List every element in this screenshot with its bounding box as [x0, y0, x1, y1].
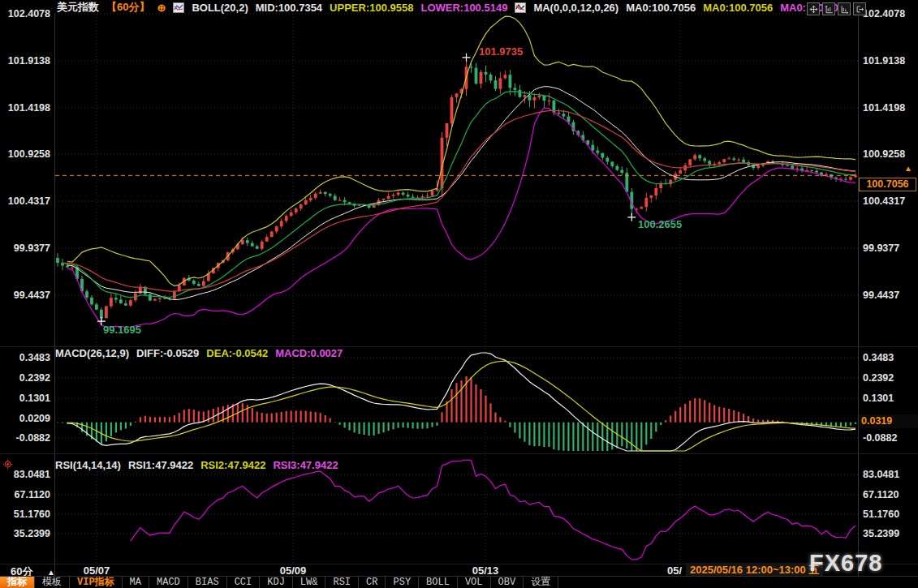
ma0-value-1: MA0:100.7056: [626, 2, 696, 14]
boll-upper-value: UPPER:100.9558: [330, 2, 413, 14]
price-alert-arrow-icon: ▲: [904, 165, 912, 173]
toolbar-item-PSY[interactable]: PSY: [386, 577, 419, 588]
add-icon[interactable]: ⊕: [157, 2, 166, 14]
toolbar-item-BOLL[interactable]: BOLL: [419, 577, 458, 588]
axis-label: 101.9138: [0, 54, 50, 67]
axis-label: 99.4437: [0, 289, 50, 302]
macd-label: MACD(26,12,9): [55, 347, 129, 359]
axis-label: 0.1301: [0, 392, 50, 405]
axis-label: 83.0481: [863, 468, 899, 481]
date-label: 05/07: [79, 564, 114, 577]
export-right-icon[interactable]: [853, 2, 866, 15]
axis-label: 0.3483: [0, 351, 50, 364]
axis-label: 35.2399: [863, 527, 899, 540]
date-label: 05/13: [468, 564, 503, 577]
rsi-panel-header: RSI(14,14,14) RSI1:47.9422 RSI2:47.9422 …: [55, 459, 338, 471]
ma-indicator-icon[interactable]: [515, 2, 526, 13]
chart-header: 美元指数 【60分】 ⊕ BOLL(20,2) MID:100.7354 UPP…: [57, 1, 838, 14]
annotation-low-left: 99.1695: [103, 324, 141, 336]
ma-label: MA(0,0,0,12,0,26): [533, 2, 618, 14]
rsi2-value: RSI2:47.9422: [200, 459, 265, 471]
boll-indicator-icon[interactable]: [173, 2, 184, 13]
macd-macd-value: MACD:0.0027: [275, 347, 343, 359]
axis-label: 100.9258: [863, 148, 905, 161]
axis-label: 102.4078: [0, 7, 50, 20]
axis-label: 0.3483: [863, 351, 894, 364]
toolbar-item-OBV[interactable]: OBV: [491, 577, 524, 588]
indicator-toolbar: 指标模板VIP指标MAMACDBIASCCIKDJLW&RSICRPSYBOLL…: [0, 576, 918, 588]
axis-label: 100.4317: [863, 195, 905, 208]
axis-label: 100.4317: [0, 195, 50, 208]
axis-label: 101.4198: [863, 101, 905, 114]
axis-label: 35.2399: [0, 527, 50, 540]
boll-lower-value: LOWER:100.5149: [420, 2, 507, 14]
chart-canvas[interactable]: [0, 0, 918, 588]
axis-label: -0.0882: [0, 431, 50, 444]
axis-label: 99.9377: [863, 242, 899, 255]
axis-label: 67.1120: [863, 488, 899, 501]
pan-move-icon[interactable]: [807, 2, 820, 15]
crosshair-time-tooltip: 2025/05/16 12:00~13:00 五: [686, 563, 823, 577]
toolbar-item-模板[interactable]: 模板: [35, 577, 70, 588]
toolbar-item-VOL[interactable]: VOL: [458, 577, 491, 588]
trading-app-window: 美元指数 【60分】 ⊕ BOLL(20,2) MID:100.7354 UPP…: [0, 0, 918, 588]
axis-label: 99.9377: [0, 242, 50, 255]
axis-label: 0.0209: [0, 412, 50, 425]
axis-label: -0.0882: [863, 431, 897, 444]
axis-scale-left-icon[interactable]: [822, 2, 835, 15]
macd-diff-value: DIFF:-0.0529: [136, 347, 199, 359]
toolbar-item-CCI[interactable]: CCI: [227, 577, 261, 588]
toolbar-item-MA[interactable]: MA: [123, 577, 149, 588]
axis-label: 101.4198: [0, 101, 50, 114]
toolbar-item-MACD[interactable]: MACD: [149, 577, 188, 588]
axis-label: 67.1120: [0, 488, 50, 501]
macd-value-tag: 0.0319: [859, 414, 918, 428]
annotation-high: 101.9735: [479, 45, 523, 58]
axis-label: 0.2392: [0, 371, 50, 384]
axis-scale-right-icon[interactable]: [838, 2, 851, 15]
alert-icon[interactable]: [2, 458, 13, 473]
axis-label: 51.1760: [863, 508, 899, 521]
chart-tool-buttons: [807, 2, 866, 15]
axis-label: 100.9258: [0, 148, 50, 161]
toolbar-item-指标[interactable]: 指标: [0, 577, 35, 588]
axis-label: 51.1760: [0, 508, 50, 521]
macd-dea-value: DEA:-0.0542: [206, 347, 268, 359]
ma0-value-2: MA0:100.7056: [703, 2, 773, 14]
boll-mid-value: MID:100.7354: [256, 2, 322, 14]
toolbar-item-CR[interactable]: CR: [359, 577, 386, 588]
macd-panel-header: MACD(26,12,9) DIFF:-0.0529 DEA:-0.0542 M…: [55, 347, 343, 359]
annotation-low-mid: 100.2655: [638, 218, 682, 230]
toolbar-item-设置[interactable]: 设置: [524, 577, 558, 588]
rsi1-value: RSI1:47.9422: [128, 459, 193, 471]
rsi3-value: RSI3:47.9422: [273, 459, 338, 471]
date-label: 05/09: [275, 564, 311, 577]
axis-label: 99.4437: [863, 289, 899, 302]
axis-label: 0.1301: [863, 392, 894, 405]
toolbar-item-BIAS[interactable]: BIAS: [188, 577, 227, 588]
axis-label: 102.4078: [863, 7, 905, 20]
current-price-tag: 100.7056: [859, 178, 916, 191]
toolbar-item-KDJ[interactable]: KDJ: [260, 577, 293, 588]
toolbar-item-RSI[interactable]: RSI: [325, 577, 359, 588]
date-label-partial: 05/: [667, 564, 682, 577]
axis-label: 0.2392: [863, 371, 894, 384]
boll-label: BOLL(20,2): [192, 2, 248, 14]
symbol-name: 美元指数: [57, 0, 99, 15]
rsi-label: RSI(14,14,14): [55, 459, 121, 471]
toolbar-item-VIP指标[interactable]: VIP指标: [70, 577, 123, 588]
axis-label: 101.9138: [863, 54, 905, 67]
toolbar-item-LW&[interactable]: LW&: [293, 577, 326, 588]
fx678-watermark: FX678: [809, 550, 882, 577]
period-label[interactable]: 【60分】: [106, 0, 149, 15]
